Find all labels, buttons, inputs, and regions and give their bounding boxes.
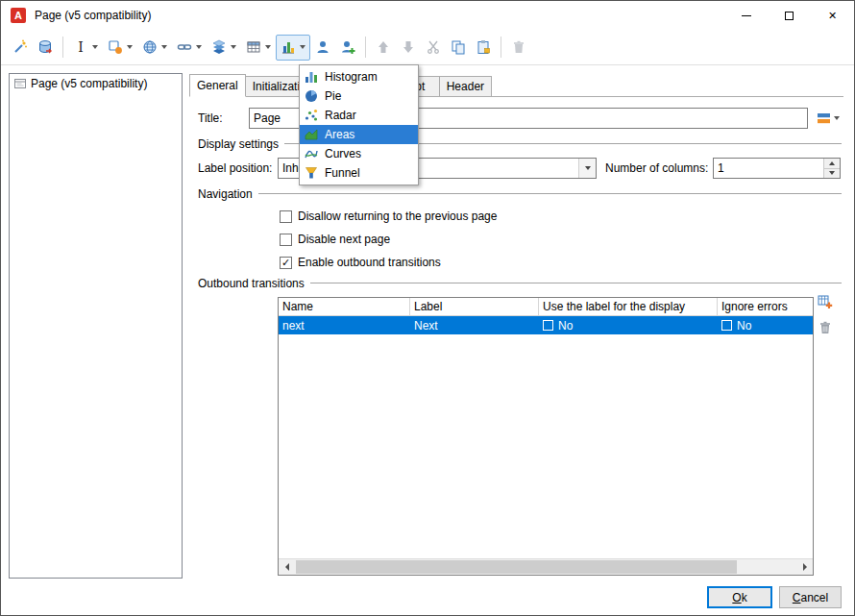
link-icon xyxy=(177,39,192,55)
cell-label: Next xyxy=(410,316,539,334)
scrollbar-thumb[interactable] xyxy=(296,560,737,574)
chart-type-menu: Histogram Pie Radar Areas Curves Funnel xyxy=(299,64,419,185)
chevron-down-icon xyxy=(585,166,591,170)
paste-icon xyxy=(476,39,491,55)
chevron-down-icon xyxy=(300,45,305,49)
checkbox-label: Enable outbound transitions xyxy=(298,256,441,269)
checkbox-label: Disallow returning to the previous page xyxy=(298,209,497,223)
tab-general[interactable]: General xyxy=(189,74,246,97)
grid-button[interactable] xyxy=(241,35,276,61)
table-header: Name Label Use the label for the display… xyxy=(279,298,813,316)
chart-icon xyxy=(281,39,296,55)
general-tab-form: Title: Display settings Label position: … xyxy=(189,97,843,579)
tab-bar: General Initialization Script Header xyxy=(189,73,843,97)
use-label-value: No xyxy=(558,319,573,333)
menu-item-radar[interactable]: Radar xyxy=(300,106,418,125)
localized-text-icon xyxy=(817,111,832,126)
checkbox-row: Enable outbound transitions xyxy=(280,255,842,270)
group-separator-line xyxy=(310,283,842,284)
columns-input[interactable] xyxy=(714,159,823,178)
paste-button[interactable] xyxy=(471,35,496,61)
chevron-left-icon xyxy=(285,563,289,571)
curves-icon xyxy=(304,146,319,161)
maximize-button[interactable] xyxy=(768,1,811,30)
chevron-down-icon xyxy=(265,45,271,49)
scrollbar-track[interactable] xyxy=(295,559,796,575)
column-header-ignore-errors[interactable]: Ignore errors xyxy=(718,298,813,315)
menu-item-curves[interactable]: Curves xyxy=(300,144,418,163)
user-button[interactable] xyxy=(310,35,335,61)
areas-icon xyxy=(304,127,319,142)
datasource-icon xyxy=(37,39,53,55)
cancel-button[interactable]: Cancel xyxy=(779,586,842,608)
pie-icon xyxy=(304,88,319,104)
toolbar-separator xyxy=(62,37,63,58)
chart-button[interactable] xyxy=(276,35,310,61)
menu-item-pie[interactable]: Pie xyxy=(300,86,418,106)
globe-button[interactable] xyxy=(137,35,172,61)
scroll-left-button[interactable] xyxy=(279,559,295,575)
label-position-label: Label position: xyxy=(198,161,278,175)
menu-item-funnel[interactable]: Funnel xyxy=(300,163,418,183)
move-down-button xyxy=(396,35,421,61)
close-button[interactable] xyxy=(811,1,854,30)
component-button[interactable] xyxy=(103,35,137,61)
chevron-down-icon xyxy=(829,171,835,175)
column-header-name[interactable]: Name xyxy=(279,298,410,315)
navigation-group: Navigation xyxy=(198,187,842,201)
title-options-button[interactable] xyxy=(814,108,842,129)
column-header-use-label[interactable]: Use the label for the display xyxy=(539,298,718,315)
tree-item-page[interactable]: Page (v5 compatibility) xyxy=(12,76,180,91)
transitions-table: Name Label Use the label for the display… xyxy=(278,297,814,576)
move-down-icon xyxy=(401,39,416,55)
add-transition-button[interactable] xyxy=(817,293,834,310)
copy-icon xyxy=(451,39,466,55)
wand-button[interactable] xyxy=(8,35,33,61)
menu-item-histogram[interactable]: Histogram xyxy=(300,67,418,86)
text-style-button[interactable]: I xyxy=(68,35,103,61)
main-panel: General Initialization Script Header Tit… xyxy=(189,73,843,579)
checkbox-row: Disallow returning to the previous page xyxy=(280,209,842,224)
datasource-button[interactable] xyxy=(33,35,58,61)
menu-item-areas[interactable]: Areas xyxy=(300,125,418,144)
spin-down-button[interactable] xyxy=(823,168,840,179)
chevron-down-icon xyxy=(161,45,167,49)
title-label: Title: xyxy=(198,111,249,125)
ignore-errors-checkbox[interactable] xyxy=(721,320,732,331)
combo-dropdown-button[interactable] xyxy=(578,159,596,178)
horizontal-scrollbar[interactable] xyxy=(279,558,813,575)
delete-button xyxy=(506,35,531,61)
use-label-checkbox[interactable] xyxy=(543,320,553,331)
disable-next-page-checkbox[interactable] xyxy=(280,234,292,246)
chevron-down-icon xyxy=(92,45,98,49)
add-user-button[interactable] xyxy=(335,35,360,61)
group-label: Navigation xyxy=(198,187,253,201)
chevron-down-icon xyxy=(231,45,236,49)
funnel-icon xyxy=(304,165,319,181)
display-settings-group: Display settings xyxy=(198,137,842,151)
table-actions xyxy=(817,293,834,336)
page-icon xyxy=(13,77,27,90)
link-button[interactable] xyxy=(172,35,207,61)
tab-header[interactable]: Header xyxy=(439,76,492,96)
delete-transition-button[interactable] xyxy=(817,319,834,336)
ok-button[interactable]: Ok xyxy=(707,586,772,608)
disallow-return-checkbox[interactable] xyxy=(280,210,292,223)
chevron-down-icon xyxy=(127,45,133,49)
copy-button[interactable] xyxy=(446,35,471,61)
cell-name: next xyxy=(279,316,410,334)
scroll-right-button[interactable] xyxy=(796,559,813,575)
menu-item-label: Curves xyxy=(325,147,361,160)
spin-up-button[interactable] xyxy=(823,159,840,168)
chevron-right-icon xyxy=(803,563,807,571)
menu-item-label: Histogram xyxy=(325,70,378,84)
table-row[interactable]: next Next No No xyxy=(279,316,813,334)
table-empty-area xyxy=(279,334,813,558)
column-header-label[interactable]: Label xyxy=(410,298,539,315)
move-up-button xyxy=(371,35,396,61)
enable-outbound-transitions-checkbox[interactable] xyxy=(280,257,292,269)
columns-label: Number of columns: xyxy=(605,161,708,175)
minimize-button[interactable] xyxy=(724,1,768,30)
layers-button[interactable] xyxy=(207,35,241,61)
columns-spinner[interactable] xyxy=(713,158,841,179)
